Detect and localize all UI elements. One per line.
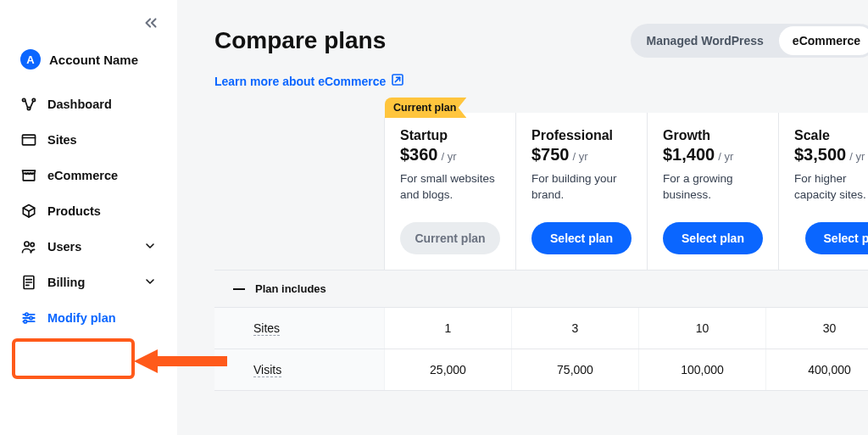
sidebar-item-label: Sites <box>47 133 77 147</box>
sidebar-item-modify-plan[interactable]: Modify plan <box>7 300 170 336</box>
plan-type-toggle: Managed WordPress eCommerce <box>631 24 868 58</box>
chevron-down-icon <box>143 239 157 255</box>
sidebar-item-label: Products <box>47 204 101 218</box>
svg-point-15 <box>30 316 32 319</box>
plan-price: $750 <box>531 145 570 165</box>
plan-period: / yr <box>442 150 457 163</box>
plan-includes-header[interactable]: Plan includes <box>214 270 868 308</box>
plan-period: / yr <box>573 150 588 163</box>
feature-value: 25,000 <box>384 349 511 390</box>
sliders-icon <box>20 310 37 326</box>
learn-more-text: Learn more about eCommerce <box>214 75 386 88</box>
tab-managed-wordpress[interactable]: Managed WordPress <box>633 26 777 55</box>
svg-point-6 <box>31 243 34 246</box>
avatar: A <box>20 49 41 70</box>
plan-name: Startup <box>400 128 500 143</box>
chevron-down-icon <box>143 275 157 291</box>
external-link-icon <box>391 73 404 89</box>
current-plan-badge: Current plan <box>385 98 466 118</box>
sites-icon <box>20 131 37 148</box>
main-content: Compare plans Managed WordPress eCommerc… <box>177 0 868 435</box>
feature-label: Visits <box>253 363 281 377</box>
feature-value: 75,000 <box>511 349 638 390</box>
plan-column-growth: Growth $1,400 / yr For a growing busines… <box>647 113 778 270</box>
current-plan-button: Current plan <box>400 222 500 254</box>
plan-description: For building your brand. <box>531 171 632 205</box>
sidebar-item-products[interactable]: Products <box>7 193 170 229</box>
feature-row-visits: Visits 25,000 75,000 100,000 400,000 <box>214 349 868 391</box>
select-plan-button[interactable]: Select plan <box>663 222 763 254</box>
account-name: Account Name <box>49 53 138 67</box>
sidebar-item-dashboard[interactable]: Dashboard <box>7 86 170 122</box>
sidebar-item-label: Billing <box>47 276 85 289</box>
select-plan-button[interactable]: Select plan <box>531 222 632 254</box>
feature-value: 400,000 <box>765 349 868 390</box>
feature-row-sites: Sites 1 3 10 30 <box>214 308 868 349</box>
plan-column-scale: Scale $3,500 / yr For higher capacity si… <box>778 113 868 270</box>
account-selector[interactable]: A Account Name <box>0 41 177 83</box>
billing-icon <box>20 274 37 291</box>
users-icon <box>20 238 37 255</box>
plan-price: $1,400 <box>663 145 715 165</box>
products-icon <box>20 203 37 220</box>
feature-value: 30 <box>765 308 868 349</box>
plan-includes-label: Plan includes <box>255 282 326 295</box>
sidebar-item-label: Modify plan <box>47 311 116 325</box>
plan-description: For higher capacity sites. <box>794 171 868 205</box>
plan-description: For small websites and blogs. <box>400 171 500 205</box>
sidebar-item-sites[interactable]: Sites <box>7 122 170 158</box>
learn-more-link[interactable]: Learn more about eCommerce <box>214 73 404 89</box>
plan-price: $360 <box>400 145 438 165</box>
page-title: Compare plans <box>214 27 386 54</box>
sidebar-item-ecommerce[interactable]: eCommerce <box>7 158 170 193</box>
dashboard-icon <box>20 96 37 113</box>
sidebar-item-billing[interactable]: Billing <box>7 265 170 300</box>
sidebar-item-users[interactable]: Users <box>7 229 170 265</box>
feature-label: Sites <box>253 321 280 336</box>
feature-value: 100,000 <box>638 349 765 390</box>
plan-period: / yr <box>718 150 733 163</box>
collapse-icon <box>233 288 245 290</box>
sidebar-item-label: Users <box>47 240 81 254</box>
collapse-sidebar-icon[interactable] <box>142 14 160 36</box>
svg-point-16 <box>24 321 26 323</box>
plan-column-startup: Current plan Startup $360 / yr For small… <box>384 113 515 270</box>
feature-value: 3 <box>511 308 638 349</box>
plan-price: $3,500 <box>794 145 846 165</box>
plan-description: For a growing business. <box>663 171 763 205</box>
select-plan-button[interactable]: Select plan <box>805 222 869 254</box>
svg-point-5 <box>25 242 29 246</box>
plan-name: Professional <box>531 128 632 143</box>
feature-value: 10 <box>638 308 765 349</box>
feature-value: 1 <box>384 308 511 349</box>
plan-column-professional: Professional $750 / yr For building your… <box>515 113 647 270</box>
svg-point-14 <box>25 313 28 315</box>
plan-name: Growth <box>663 128 763 143</box>
sidebar: A Account Name Dashboard Sites eCommer <box>0 0 177 435</box>
sidebar-item-label: Dashboard <box>47 98 112 111</box>
plan-name: Scale <box>794 128 868 143</box>
sidebar-item-label: eCommerce <box>47 169 118 182</box>
tab-ecommerce[interactable]: eCommerce <box>779 26 868 55</box>
plan-period: / yr <box>849 150 865 163</box>
svg-rect-3 <box>23 135 36 145</box>
store-icon <box>20 167 37 184</box>
